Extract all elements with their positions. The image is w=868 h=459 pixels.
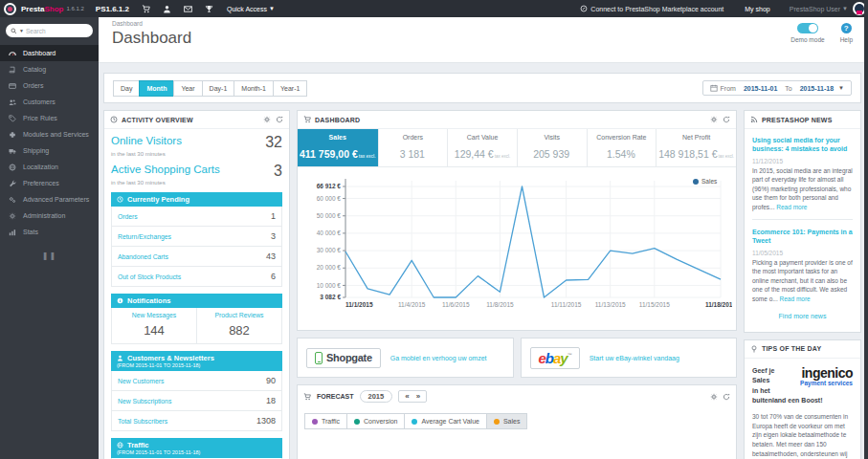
- panel-title: TIPS OF THE DAY: [762, 345, 821, 352]
- kpi-tile-visits[interactable]: Visits 205 939: [518, 129, 588, 166]
- shopgate-logo: Shopgate: [306, 348, 381, 368]
- sidebar: ▼ Dashboard Catalog Orders Customers Pri…: [0, 17, 99, 459]
- panel-title: ACTIVITY OVERVIEW: [122, 117, 193, 123]
- pending-row-orders[interactable]: Orders1: [111, 207, 282, 227]
- forecast-legend-sales[interactable]: Sales: [486, 413, 528, 429]
- pending-row-abandoned-carts[interactable]: Abandoned Carts43: [111, 247, 282, 267]
- sidebar-item-preferences[interactable]: Preferences: [0, 175, 99, 191]
- sidebar-item-administration[interactable]: Administration: [0, 208, 99, 224]
- kpi-tile-cart-value[interactable]: Cart Value 129,44 €tax excl.: [448, 129, 518, 166]
- forecast-legend-traffic[interactable]: Traffic: [304, 413, 347, 429]
- forecast-next-button[interactable]: »: [416, 392, 420, 401]
- sidebar-item-stats[interactable]: Stats: [0, 224, 99, 240]
- ebay-link[interactable]: Start uw eBay-winkel vandaag: [590, 355, 679, 361]
- panel-settings-icon[interactable]: [263, 116, 271, 123]
- help-button[interactable]: ?: [841, 23, 852, 33]
- search-scope-caret-icon[interactable]: ▼: [19, 28, 24, 33]
- range-day-1-button[interactable]: Day-1: [202, 80, 235, 97]
- new-messages-cell[interactable]: New Messages 144: [111, 308, 197, 344]
- panel-settings-icon[interactable]: [710, 116, 718, 123]
- new-customers-row[interactable]: New Customers90: [111, 371, 282, 391]
- tips-of-the-day-panel: TIPS OF THE DAY ingenico Payment service…: [744, 339, 861, 459]
- sidebar-item-advanced-parameters[interactable]: Advanced Parameters: [0, 191, 99, 208]
- scrollbar[interactable]: [864, 0, 868, 459]
- envelope-icon[interactable]: [184, 5, 192, 13]
- kpi-tile-conversion-rate[interactable]: Conversion Rate 1.54%: [588, 129, 657, 166]
- forecast-legend-conversion[interactable]: Conversion: [346, 413, 405, 429]
- book-icon: [9, 66, 16, 74]
- ebay-banner[interactable]: ebay™ Start uw eBay-winkel vandaag: [521, 338, 738, 378]
- date-range-toolbar: Day Month Year Day-1 Month-1 Year-1 From…: [103, 73, 861, 103]
- sidebar-item-orders[interactable]: Orders: [0, 77, 99, 94]
- news-article-link[interactable]: Using social media for your business: 4 …: [752, 136, 853, 154]
- prestashop-logo-icon: [4, 3, 16, 15]
- demo-mode-toggle[interactable]: [797, 23, 818, 33]
- panel-title: DASHBOARD: [315, 117, 360, 123]
- panel-refresh-icon[interactable]: [276, 116, 283, 123]
- range-day-button[interactable]: Day: [113, 80, 140, 97]
- news-article-link[interactable]: Ecommerce 101: Payments in a Tweet: [752, 228, 853, 246]
- panel-refresh-icon[interactable]: [723, 393, 730, 401]
- pending-row-returns[interactable]: Return/Exchanges3: [111, 227, 282, 247]
- sidebar-item-customers[interactable]: Customers: [0, 94, 99, 110]
- sidebar-item-price-rules[interactable]: Price Rules: [0, 110, 99, 126]
- kpi-tile-net-profit[interactable]: Net Profit 148 918,51 €tax excl.: [657, 129, 736, 166]
- sidebar-item-label: Shipping: [23, 147, 49, 154]
- product-reviews-cell[interactable]: Product Reviews 882: [197, 308, 282, 344]
- forecast-legend-average-cart-value[interactable]: Average Cart Value: [404, 413, 486, 429]
- gear-icon: [9, 212, 16, 220]
- forecast-prev-button[interactable]: «: [405, 392, 409, 401]
- total-subscribers-row[interactable]: Total Subscribers1308: [111, 411, 282, 431]
- search-input[interactable]: [26, 28, 81, 34]
- read-more-link[interactable]: Read more: [776, 204, 807, 210]
- marketplace-connect-link[interactable]: Connect to PrestaShop Marketplace accoun…: [580, 5, 723, 12]
- panel-settings-icon[interactable]: [710, 393, 718, 401]
- panel-refresh-icon[interactable]: [723, 116, 730, 123]
- sidebar-item-localization[interactable]: Localization: [0, 159, 99, 175]
- cart-icon[interactable]: [142, 5, 150, 13]
- online-visitors-link[interactable]: Online Visitors: [111, 135, 182, 146]
- sales-dot-icon: [494, 419, 500, 425]
- forecast-year[interactable]: 2015: [360, 390, 393, 403]
- range-month-button[interactable]: Month: [139, 80, 174, 97]
- shopgate-banner[interactable]: Shopgate Ga mobiel en verhoog uw omzet: [297, 338, 514, 378]
- kpi-tile-sales[interactable]: Sales 411 759,00 €tax excl.: [298, 129, 379, 166]
- range-year-button[interactable]: Year: [173, 80, 202, 97]
- range-month-1-button[interactable]: Month-1: [234, 80, 274, 97]
- sales-chart: 66 912 €60 000 €50 000 €40 000 €30 000 €…: [301, 171, 732, 324]
- sidebar-search[interactable]: ▼: [6, 24, 93, 37]
- read-more-link[interactable]: Read more: [780, 295, 811, 302]
- conversion-dot-icon: [354, 419, 360, 425]
- svg-text:3 082 €: 3 082 €: [320, 294, 341, 300]
- search-icon: [11, 28, 17, 34]
- svg-text:50 000 €: 50 000 €: [317, 212, 342, 219]
- sidebar-item-dashboard[interactable]: Dashboard: [0, 45, 99, 61]
- trophy-icon[interactable]: [205, 5, 213, 13]
- sidebar-item-modules[interactable]: Modules and Services: [0, 126, 99, 142]
- range-year-1-button[interactable]: Year-1: [273, 80, 307, 97]
- my-shop-link[interactable]: My shop: [745, 6, 769, 12]
- sidebar-item-shipping[interactable]: Shipping: [0, 142, 99, 159]
- active-carts-link[interactable]: Active Shopping Carts: [111, 164, 220, 175]
- calendar-icon: [710, 84, 718, 92]
- sidebar-item-label: Modules and Services: [23, 131, 89, 138]
- new-subscriptions-row[interactable]: New Subscriptions18: [111, 391, 282, 411]
- sidebar-collapse-button[interactable]: ❚❚: [0, 251, 99, 260]
- date-range-picker[interactable]: From 2015-11-01 To 2015-11-18▼: [702, 80, 852, 96]
- user-menu[interactable]: PrestaShop User▼: [790, 6, 848, 12]
- user-icon[interactable]: [163, 5, 171, 13]
- wrench-icon: [9, 180, 16, 187]
- traffic-dot-icon: [312, 419, 318, 425]
- person-icon: [117, 355, 123, 361]
- online-visitors-value: 32: [265, 135, 282, 150]
- svg-text:11/6/2015: 11/6/2015: [442, 301, 470, 308]
- pending-row-out-of-stock[interactable]: Out of Stock Products6: [111, 267, 282, 287]
- shopgate-link[interactable]: Ga mobiel en verhoog uw omzet: [390, 355, 487, 361]
- quick-access-menu[interactable]: Quick Access▼: [227, 6, 275, 12]
- find-more-news-link[interactable]: Find more news: [752, 313, 853, 319]
- sidebar-item-catalog[interactable]: Catalog: [0, 61, 99, 77]
- sidebar-item-label: Preferences: [23, 180, 59, 186]
- kpi-tile-orders[interactable]: Orders 3 181: [379, 129, 449, 166]
- online-visitors-sub: in the last 30 minutes: [111, 151, 282, 157]
- help-label: Help: [840, 36, 853, 43]
